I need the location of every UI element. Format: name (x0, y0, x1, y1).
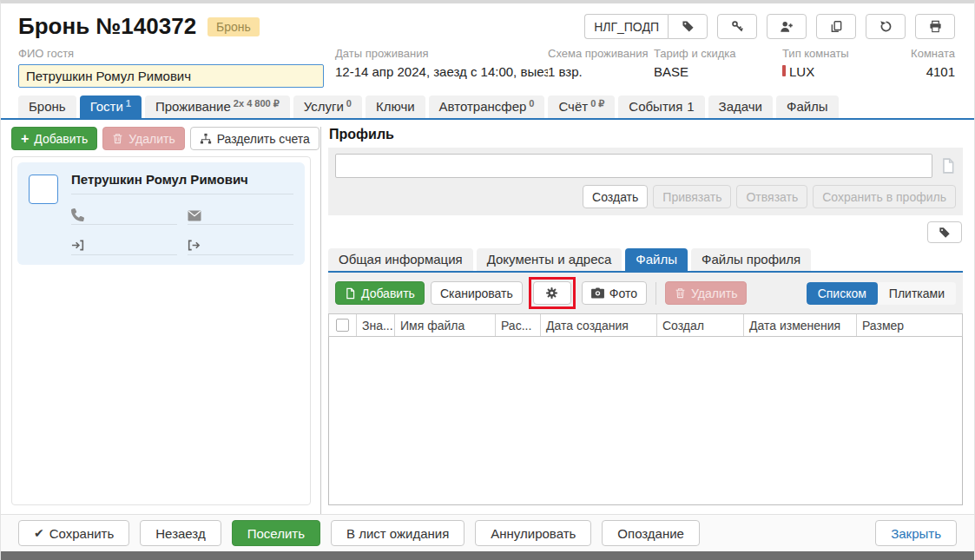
split-bills-button[interactable]: Разделить счета (190, 127, 320, 150)
tariff-field: Тариф и скидка BASE (654, 47, 782, 79)
col-size[interactable]: Размер (857, 314, 962, 336)
select-all-checkbox[interactable] (336, 319, 349, 332)
save-button[interactable]: ✔ Сохранить (18, 520, 129, 546)
profile-tab-bar: Общая информация Документы и адреса Файл… (328, 248, 963, 273)
tab-services-count: 0 (346, 98, 352, 109)
profile-tab-general[interactable]: Общая информация (328, 248, 473, 271)
tab-guests[interactable]: Гости1 (80, 96, 142, 118)
copy-icon (830, 20, 843, 33)
status-badge: Бронь (208, 17, 260, 36)
guest-select-checkbox[interactable] (29, 175, 58, 204)
profile-box: Создать Привязать Отвязать Сохранить в п… (328, 148, 963, 215)
late-arrival-button[interactable]: Опоздание (602, 520, 700, 546)
tariff-label: Тариф и скидка (654, 47, 782, 60)
photo-button[interactable]: Фото (582, 281, 647, 305)
copy-button[interactable] (816, 14, 856, 39)
tag-icon (682, 20, 695, 33)
col-modified-date[interactable]: Дата изменения (744, 314, 857, 336)
booking-info-row: ФИО гостя Даты проживания 12-14 апр 2024… (1, 42, 974, 96)
col-filename[interactable]: Имя файла (395, 314, 496, 336)
view-switcher: Списком Плитками (807, 282, 956, 305)
keys-button[interactable] (717, 14, 757, 39)
profile-input-row (335, 154, 956, 178)
add-guest-to-list-button[interactable]: + Добавить (11, 127, 97, 150)
profile-buttons: Создать Привязать Отвязать Сохранить в п… (335, 185, 956, 208)
guest-tags-row (328, 221, 962, 243)
waitlist-button[interactable]: В лист ожидания (331, 520, 464, 546)
toolbar-divider (655, 282, 656, 305)
header-actions: НЛГ_ПОДП (584, 14, 955, 39)
col-extension[interactable]: Рас... (496, 314, 541, 336)
tab-transfer-count: 0 (529, 98, 534, 109)
guest-tags-button[interactable] (927, 221, 962, 243)
guest-name-field: ФИО гостя (18, 47, 335, 88)
close-button[interactable]: Закрыть (875, 520, 957, 546)
stay-dates-label: Даты проживания (335, 47, 548, 60)
trash-icon (112, 133, 123, 144)
header: Бронь №140372 Бронь НЛГ_ПОДП (1, 3, 974, 42)
room-label: Комната (911, 47, 955, 60)
print-button[interactable] (915, 14, 955, 39)
profile-link-button[interactable]: Привязать (653, 185, 731, 208)
doc-type-label: НЛГ_ПОДП (584, 14, 668, 39)
profile-tab-profile-files[interactable]: Файлы профиля (691, 248, 811, 271)
stay-dates-field: Даты проживания 12-14 апр 2024, заезд с … (335, 47, 548, 79)
cancel-booking-button[interactable]: Аннулировать (475, 520, 591, 546)
profile-tab-files[interactable]: Файлы (625, 248, 688, 271)
check-in-icon (71, 239, 84, 252)
add-file-button[interactable]: Добавить (335, 281, 425, 305)
tab-booking[interactable]: Бронь (18, 96, 76, 118)
split-bills-icon (200, 133, 212, 145)
footer-bar: ✔ Сохранить Незаезд Поселить В лист ожид… (1, 514, 974, 551)
profile-search-input[interactable] (335, 154, 932, 178)
room-type-value-wrap: LUX (782, 64, 909, 79)
delete-guest-button[interactable]: Удалить (102, 127, 184, 150)
file-icon[interactable] (940, 157, 956, 175)
guest-card[interactable]: Петрушкин Ромул Римович (17, 162, 305, 265)
add-guest-button[interactable] (767, 14, 807, 39)
profile-title: Профиль (329, 127, 963, 142)
tab-transfer[interactable]: Автотрансфер0 (429, 96, 545, 118)
occupancy-label: Схема проживания (548, 47, 654, 60)
guest-phone-field (71, 206, 177, 225)
doc-tag-button[interactable] (668, 14, 708, 39)
room-type-label: Тип комнаты (782, 47, 909, 60)
delete-file-button[interactable]: Удалить (665, 281, 747, 305)
main-tab-bar: Бронь Гости1 Проживание2х 4 800 ₽ Услуги… (1, 96, 974, 120)
check-in-button[interactable]: Поселить (232, 520, 320, 546)
guest-email-field (188, 206, 293, 225)
tab-services[interactable]: Услуги0 (293, 96, 362, 118)
tab-tasks[interactable]: Задачи (708, 96, 773, 118)
tab-events[interactable]: События1 (618, 96, 704, 118)
profile-unlink-button[interactable]: Отвязать (736, 185, 807, 208)
tab-accommodation[interactable]: Проживание2х 4 800 ₽ (145, 96, 290, 118)
list-view-button[interactable]: Списком (807, 282, 878, 305)
trash-icon (675, 287, 686, 299)
col-created-date[interactable]: Дата создания (541, 314, 657, 336)
guests-toolbar: + Добавить Удалить Разделить счета (11, 127, 311, 150)
col-icon[interactable]: Зна... (357, 314, 395, 336)
room-value: 4101 (911, 64, 955, 79)
tile-view-button[interactable]: Плитками (878, 282, 956, 305)
history-button[interactable] (866, 14, 906, 39)
room-field: Комната 4101 (911, 47, 955, 79)
col-created-by[interactable]: Создал (657, 314, 744, 336)
profile-create-button[interactable]: Создать (583, 185, 648, 208)
file-settings-button[interactable] (533, 281, 571, 305)
files-table-header: Зна... Имя файла Рас... Дата создания Со… (328, 313, 963, 337)
profile-save-button[interactable]: Сохранить в профиль (813, 185, 956, 208)
guest-card-info: Петрушкин Ромул Римович (71, 172, 293, 255)
room-type-field: Тип комнаты LUX (782, 47, 909, 79)
scan-button[interactable]: Сканировать (431, 281, 523, 305)
phone-icon (71, 208, 84, 221)
tab-events-count: 1 (687, 99, 694, 114)
no-show-button[interactable]: Незаезд (140, 520, 221, 546)
guest-name-input[interactable] (18, 64, 324, 88)
tab-files[interactable]: Файлы (776, 96, 839, 118)
tab-invoice[interactable]: Счёт0 ₽ (548, 96, 615, 118)
tab-keys[interactable]: Ключи (366, 96, 425, 118)
booking-window: Бронь №140372 Бронь НЛГ_ПОДП (0, 0, 975, 560)
guest-check-out-field (188, 236, 293, 255)
select-all-cell (329, 314, 357, 336)
profile-tab-documents[interactable]: Документы и адреса (477, 248, 623, 271)
